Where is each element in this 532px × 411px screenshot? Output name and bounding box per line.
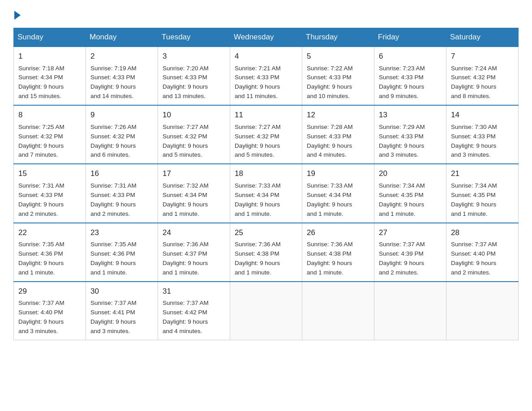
week-row-4: 22Sunrise: 7:35 AMSunset: 4:36 PMDayligh…	[14, 223, 519, 282]
day-number: 4	[235, 51, 297, 62]
week-row-1: 1Sunrise: 7:18 AMSunset: 4:34 PMDaylight…	[14, 47, 519, 105]
day-number: 15	[18, 168, 81, 180]
day-info: Sunrise: 7:29 AMSunset: 4:33 PMDaylight:…	[379, 123, 442, 160]
calendar-cell: 29Sunrise: 7:37 AMSunset: 4:40 PMDayligh…	[14, 282, 86, 340]
day-info: Sunrise: 7:21 AMSunset: 4:33 PMDaylight:…	[235, 64, 297, 102]
day-number: 13	[379, 109, 442, 121]
day-info: Sunrise: 7:36 AMSunset: 4:37 PMDaylight:…	[163, 240, 225, 278]
day-number: 19	[307, 168, 369, 180]
calendar-cell: 23Sunrise: 7:35 AMSunset: 4:36 PMDayligh…	[86, 223, 158, 282]
day-number: 3	[163, 51, 225, 62]
day-info: Sunrise: 7:37 AMSunset: 4:40 PMDaylight:…	[18, 299, 81, 336]
calendar-cell: 16Sunrise: 7:31 AMSunset: 4:33 PMDayligh…	[86, 164, 158, 223]
day-number: 6	[379, 51, 442, 62]
page-header	[13, 9, 519, 20]
calendar-header-row: SundayMondayTuesdayWednesdayThursdayFrid…	[14, 28, 519, 47]
day-number: 18	[235, 168, 297, 180]
day-info: Sunrise: 7:26 AMSunset: 4:32 PMDaylight:…	[90, 123, 153, 160]
day-info: Sunrise: 7:34 AMSunset: 4:35 PMDaylight:…	[379, 181, 442, 219]
calendar-cell	[230, 282, 302, 340]
day-number: 20	[379, 168, 442, 180]
day-number: 8	[18, 109, 81, 121]
calendar-cell: 18Sunrise: 7:33 AMSunset: 4:34 PMDayligh…	[230, 164, 302, 223]
calendar-cell: 11Sunrise: 7:27 AMSunset: 4:32 PMDayligh…	[230, 105, 302, 164]
calendar-cell: 17Sunrise: 7:32 AMSunset: 4:34 PMDayligh…	[158, 164, 230, 223]
calendar-cell	[446, 282, 519, 340]
logo-arrow-icon	[14, 11, 21, 20]
day-info: Sunrise: 7:37 AMSunset: 4:40 PMDaylight:…	[451, 240, 514, 278]
calendar-cell: 25Sunrise: 7:36 AMSunset: 4:38 PMDayligh…	[230, 223, 302, 282]
day-info: Sunrise: 7:28 AMSunset: 4:33 PMDaylight:…	[307, 123, 369, 160]
calendar-cell: 10Sunrise: 7:27 AMSunset: 4:32 PMDayligh…	[158, 105, 230, 164]
day-number: 11	[235, 109, 297, 121]
col-header-tuesday: Tuesday	[158, 28, 230, 47]
day-number: 30	[90, 286, 153, 297]
day-number: 21	[451, 168, 514, 180]
day-info: Sunrise: 7:23 AMSunset: 4:33 PMDaylight:…	[379, 64, 442, 102]
week-row-2: 8Sunrise: 7:25 AMSunset: 4:32 PMDaylight…	[14, 105, 519, 164]
day-number: 5	[307, 51, 369, 62]
day-number: 24	[163, 227, 225, 239]
col-header-thursday: Thursday	[302, 28, 374, 47]
day-number: 25	[235, 227, 297, 239]
calendar-cell: 20Sunrise: 7:34 AMSunset: 4:35 PMDayligh…	[374, 164, 446, 223]
day-info: Sunrise: 7:33 AMSunset: 4:34 PMDaylight:…	[235, 181, 297, 219]
calendar-cell	[302, 282, 374, 340]
calendar-cell	[374, 282, 446, 340]
calendar-cell: 19Sunrise: 7:33 AMSunset: 4:34 PMDayligh…	[302, 164, 374, 223]
day-info: Sunrise: 7:24 AMSunset: 4:32 PMDaylight:…	[451, 64, 514, 102]
day-info: Sunrise: 7:36 AMSunset: 4:38 PMDaylight:…	[235, 240, 297, 278]
day-number: 9	[90, 109, 153, 121]
day-info: Sunrise: 7:22 AMSunset: 4:33 PMDaylight:…	[307, 64, 369, 102]
week-row-5: 29Sunrise: 7:37 AMSunset: 4:40 PMDayligh…	[14, 282, 519, 340]
calendar-cell: 31Sunrise: 7:37 AMSunset: 4:42 PMDayligh…	[158, 282, 230, 340]
day-info: Sunrise: 7:35 AMSunset: 4:36 PMDaylight:…	[18, 240, 81, 278]
day-info: Sunrise: 7:37 AMSunset: 4:41 PMDaylight:…	[90, 299, 153, 336]
logo	[13, 9, 21, 20]
calendar-cell: 2Sunrise: 7:19 AMSunset: 4:33 PMDaylight…	[86, 47, 158, 105]
calendar-cell: 1Sunrise: 7:18 AMSunset: 4:34 PMDaylight…	[14, 47, 86, 105]
day-info: Sunrise: 7:20 AMSunset: 4:33 PMDaylight:…	[163, 64, 225, 102]
col-header-monday: Monday	[86, 28, 158, 47]
day-info: Sunrise: 7:37 AMSunset: 4:42 PMDaylight:…	[163, 299, 225, 336]
day-number: 7	[451, 51, 514, 62]
day-info: Sunrise: 7:18 AMSunset: 4:34 PMDaylight:…	[18, 64, 81, 102]
day-info: Sunrise: 7:30 AMSunset: 4:33 PMDaylight:…	[451, 123, 514, 160]
day-number: 23	[90, 227, 153, 239]
day-number: 31	[163, 286, 225, 297]
day-number: 22	[18, 227, 81, 239]
day-info: Sunrise: 7:32 AMSunset: 4:34 PMDaylight:…	[163, 181, 225, 219]
calendar-cell: 9Sunrise: 7:26 AMSunset: 4:32 PMDaylight…	[86, 105, 158, 164]
day-info: Sunrise: 7:31 AMSunset: 4:33 PMDaylight:…	[90, 181, 153, 219]
day-number: 10	[163, 109, 225, 121]
day-info: Sunrise: 7:36 AMSunset: 4:38 PMDaylight:…	[307, 240, 369, 278]
calendar-cell: 3Sunrise: 7:20 AMSunset: 4:33 PMDaylight…	[158, 47, 230, 105]
calendar-cell: 28Sunrise: 7:37 AMSunset: 4:40 PMDayligh…	[446, 223, 519, 282]
col-header-sunday: Sunday	[14, 28, 86, 47]
day-info: Sunrise: 7:27 AMSunset: 4:32 PMDaylight:…	[235, 123, 297, 160]
day-info: Sunrise: 7:34 AMSunset: 4:35 PMDaylight:…	[451, 181, 514, 219]
calendar-table: SundayMondayTuesdayWednesdayThursdayFrid…	[13, 28, 519, 340]
day-info: Sunrise: 7:35 AMSunset: 4:36 PMDaylight:…	[90, 240, 153, 278]
day-info: Sunrise: 7:31 AMSunset: 4:33 PMDaylight:…	[18, 181, 81, 219]
day-number: 17	[163, 168, 225, 180]
calendar-cell: 30Sunrise: 7:37 AMSunset: 4:41 PMDayligh…	[86, 282, 158, 340]
calendar-cell: 6Sunrise: 7:23 AMSunset: 4:33 PMDaylight…	[374, 47, 446, 105]
col-header-wednesday: Wednesday	[230, 28, 302, 47]
calendar-cell: 12Sunrise: 7:28 AMSunset: 4:33 PMDayligh…	[302, 105, 374, 164]
day-number: 29	[18, 286, 81, 297]
col-header-friday: Friday	[374, 28, 446, 47]
day-info: Sunrise: 7:33 AMSunset: 4:34 PMDaylight:…	[307, 181, 369, 219]
day-info: Sunrise: 7:27 AMSunset: 4:32 PMDaylight:…	[163, 123, 225, 160]
day-info: Sunrise: 7:37 AMSunset: 4:39 PMDaylight:…	[379, 240, 442, 278]
day-info: Sunrise: 7:19 AMSunset: 4:33 PMDaylight:…	[90, 64, 153, 102]
day-number: 12	[307, 109, 369, 121]
day-number: 14	[451, 109, 514, 121]
day-number: 27	[379, 227, 442, 239]
day-number: 1	[18, 51, 81, 62]
col-header-saturday: Saturday	[446, 28, 519, 47]
calendar-cell: 15Sunrise: 7:31 AMSunset: 4:33 PMDayligh…	[14, 164, 86, 223]
calendar-cell: 7Sunrise: 7:24 AMSunset: 4:32 PMDaylight…	[446, 47, 519, 105]
week-row-3: 15Sunrise: 7:31 AMSunset: 4:33 PMDayligh…	[14, 164, 519, 223]
calendar-cell: 22Sunrise: 7:35 AMSunset: 4:36 PMDayligh…	[14, 223, 86, 282]
